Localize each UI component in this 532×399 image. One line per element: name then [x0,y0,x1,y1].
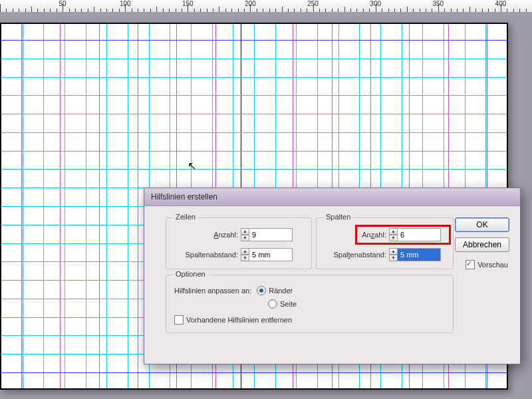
fit-margins-label: Ränder [269,287,293,295]
row-guide [1,151,507,152]
cols-count-stepper[interactable]: ▲▼ [389,228,441,241]
guide-v [128,24,128,388]
cancel-button[interactable]: Abbrechen [455,237,509,252]
remove-existing-label: Vorhandene Hilfslinien entfernen [186,316,292,324]
options-group-label: Optionen [173,270,208,278]
stepper-down-icon[interactable]: ▼ [241,255,249,261]
stepper-up-icon[interactable]: ▲ [241,248,249,255]
margin-guide [1,40,507,41]
ok-button[interactable]: OK [455,217,509,232]
fit-guides-label: Hilfslinien anpassen an: [174,287,251,295]
guide-h [1,59,507,59]
guide-v [43,24,44,388]
column-guide [138,24,138,388]
guide-v [23,24,23,388]
fit-margins-radio[interactable]: Ränder [257,286,293,295]
guide-h [1,132,507,133]
options-group: Optionen Hilfslinien anpassen an: Ränder… [166,275,454,333]
guide-h [1,77,507,78]
stepper-down-icon[interactable]: ▼ [241,235,249,241]
row-guide [1,114,507,114]
stepper-down-icon[interactable]: ▼ [389,235,398,241]
cols-count-input[interactable] [398,228,441,241]
stepper-up-icon[interactable]: ▲ [389,228,398,235]
rows-gutter-input[interactable] [249,248,293,261]
row-guide [1,372,507,373]
remove-existing-checkbox[interactable]: Vorhandene Hilfslinien entfernen [174,315,292,325]
rows-count-label: Anzahl: [166,231,238,239]
create-guides-dialog: Hilfslinien erstellen Zeilen Anzahl: ▲▼ … [144,188,521,364]
cols-count-label: Anzahl: [317,231,386,239]
rows-count-stepper[interactable]: ▲▼ [241,228,293,241]
column-guide [60,24,61,388]
guide-v [65,24,65,388]
rows-count-input[interactable] [249,228,293,241]
guide-v [86,24,86,388]
guide-h [1,151,507,152]
preview-checkbox[interactable]: Vorschau [466,260,508,269]
stepper-down-icon[interactable]: ▼ [389,255,398,261]
cols-group: Spalten Anzahl: ▲▼ Spaltenabstand: ▲▼ [316,217,454,269]
fit-page-radio[interactable]: Seite [268,299,297,309]
rows-gutter-label: Spaltenabstand: [166,251,238,259]
guide-v [106,24,107,388]
rows-gutter-stepper[interactable]: ▲▼ [241,248,293,261]
rows-group: Zeilen Anzahl: ▲▼ Spaltenabstand: ▲▼ [166,217,312,269]
cols-gutter-input[interactable] [398,248,441,261]
guide-h [1,169,507,170]
margin-guide [1,372,507,373]
guide-h [1,95,507,96]
cols-gutter-stepper[interactable]: ▲▼ [389,248,441,261]
stepper-up-icon[interactable]: ▲ [241,228,249,235]
cols-gutter-label: Spaltenabstand: [317,251,386,259]
column-guide [99,24,100,388]
preview-label: Vorschau [477,261,508,269]
cols-group-label: Spalten [323,213,353,221]
fit-page-label: Seite [280,300,297,308]
row-guide [1,77,507,78]
margin-guide [21,24,22,388]
guide-h [1,114,507,114]
dialog-title[interactable]: Hilfslinien erstellen [144,188,520,206]
row-guide [1,40,507,41]
rows-group-label: Zeilen [173,213,198,221]
stepper-up-icon[interactable]: ▲ [389,248,398,255]
ruler-horizontal: 50100150200250300350400 [0,0,532,13]
